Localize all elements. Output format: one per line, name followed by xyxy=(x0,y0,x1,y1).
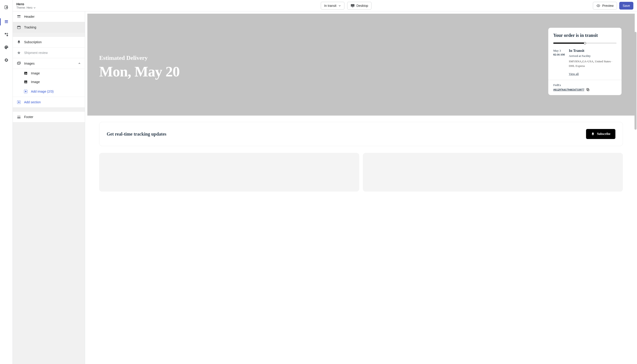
eye-icon xyxy=(596,4,600,8)
delivery-label: Estimated Delivery xyxy=(99,54,180,62)
svg-rect-4 xyxy=(6,35,8,36)
bell-icon xyxy=(591,132,595,136)
status-name: In Transit xyxy=(569,49,616,53)
image-placeholder[interactable] xyxy=(99,153,359,192)
palette-icon xyxy=(4,45,9,50)
svg-rect-2 xyxy=(5,22,8,23)
save-button[interactable]: Save xyxy=(619,2,633,10)
copy-icon[interactable] xyxy=(586,88,590,91)
section-subscription[interactable]: Subscription xyxy=(13,37,85,48)
svg-point-8 xyxy=(6,60,7,61)
caret-down-icon xyxy=(338,4,341,7)
main-column: Hero Theme: Hero In transit Desktop xyxy=(13,0,637,364)
add-dashed-icon xyxy=(17,100,21,104)
svg-rect-9 xyxy=(351,4,354,6)
delivery-date: Mon, May 20 xyxy=(99,63,180,80)
svg-rect-13 xyxy=(17,16,20,18)
svg-rect-24 xyxy=(17,116,20,117)
device-toggle[interactable]: Desktop xyxy=(347,2,372,10)
image-item-2[interactable]: Image xyxy=(13,78,85,86)
svg-point-19 xyxy=(25,72,26,73)
svg-rect-27 xyxy=(586,88,588,90)
exit-icon xyxy=(4,5,9,10)
caret-down-icon xyxy=(34,6,36,9)
tracking-number-link[interactable]: #61297641794654733977 xyxy=(553,88,584,92)
desktop-icon xyxy=(350,4,355,8)
preview-scrollbar[interactable] xyxy=(634,32,636,130)
subscribe-title: Get real-time tracking updates xyxy=(107,132,166,137)
calendar-icon xyxy=(17,25,21,29)
page-title: Hero xyxy=(16,2,36,6)
hero-block: Estimated Delivery Mon, May 20 Your orde… xyxy=(87,14,635,116)
star-icon xyxy=(17,51,21,55)
section-header[interactable]: Header xyxy=(13,12,85,22)
sections-sidebar: Header Tracking Subscription Shipmen xyxy=(13,12,85,364)
section-images[interactable]: Images xyxy=(13,58,85,69)
header-icon xyxy=(17,14,21,19)
rail-blocks[interactable] xyxy=(2,30,11,39)
svg-rect-1 xyxy=(5,20,8,22)
order-title: Your order is in transit xyxy=(553,33,616,38)
svg-point-6 xyxy=(6,46,6,47)
chevron-up-icon xyxy=(78,62,81,65)
image-placeholders xyxy=(99,153,623,192)
subscribe-card: Get real-time tracking updates Subscribe xyxy=(99,122,623,146)
progress-bar xyxy=(553,42,616,44)
svg-rect-25 xyxy=(17,118,20,118)
status-line: Arrived at Facility xyxy=(569,54,616,58)
svg-rect-12 xyxy=(17,15,20,16)
status-timestamp: May 3 02:16 AM xyxy=(553,49,565,76)
icon-rail xyxy=(0,0,13,364)
order-status-card: Your order is in transit May 3 02:16 AM … xyxy=(548,28,622,95)
gear-icon xyxy=(4,58,9,62)
topbar: Hero Theme: Hero In transit Desktop xyxy=(13,0,637,12)
image-item-1[interactable]: Image xyxy=(13,69,85,78)
add-section-button[interactable]: Add section xyxy=(13,97,85,108)
svg-rect-10 xyxy=(352,7,353,7)
exit-button[interactable] xyxy=(2,3,11,12)
blocks-icon xyxy=(4,32,9,37)
section-footer[interactable]: Footer xyxy=(13,112,85,122)
add-image-button[interactable]: Add image (2/3) xyxy=(13,86,85,97)
add-dashed-icon xyxy=(24,90,28,94)
footer-icon xyxy=(17,115,21,119)
theme-selector[interactable]: Theme: Hero xyxy=(16,6,36,9)
svg-point-11 xyxy=(598,5,599,6)
status-dropdown[interactable]: In transit xyxy=(321,2,344,10)
rail-theme[interactable] xyxy=(2,43,11,52)
svg-point-5 xyxy=(5,47,6,47)
bell-icon xyxy=(17,40,21,44)
rail-settings[interactable] xyxy=(2,56,11,64)
carrier-name: FedEx xyxy=(553,83,616,87)
image-icon xyxy=(24,80,28,84)
status-location: SMYRNA,GA-USA, United States · DHL Expre… xyxy=(569,59,616,68)
image-icon xyxy=(24,71,28,75)
section-shipment-review[interactable]: Shipment review xyxy=(13,48,85,58)
rail-sections[interactable] xyxy=(2,17,11,26)
svg-rect-3 xyxy=(5,33,6,34)
view-all-link[interactable]: View all xyxy=(569,72,579,76)
preview-button[interactable]: Preview xyxy=(593,2,617,10)
svg-rect-15 xyxy=(18,26,20,27)
images-icon xyxy=(17,62,21,66)
image-placeholder[interactable] xyxy=(363,153,623,192)
svg-point-7 xyxy=(6,46,7,47)
svg-point-21 xyxy=(25,81,26,82)
svg-rect-26 xyxy=(587,89,589,91)
sections-icon xyxy=(4,20,9,24)
preview-canvas[interactable]: Estimated Delivery Mon, May 20 Your orde… xyxy=(85,12,637,364)
subscribe-button[interactable]: Subscribe xyxy=(586,129,616,139)
section-tracking[interactable]: Tracking xyxy=(13,22,85,33)
